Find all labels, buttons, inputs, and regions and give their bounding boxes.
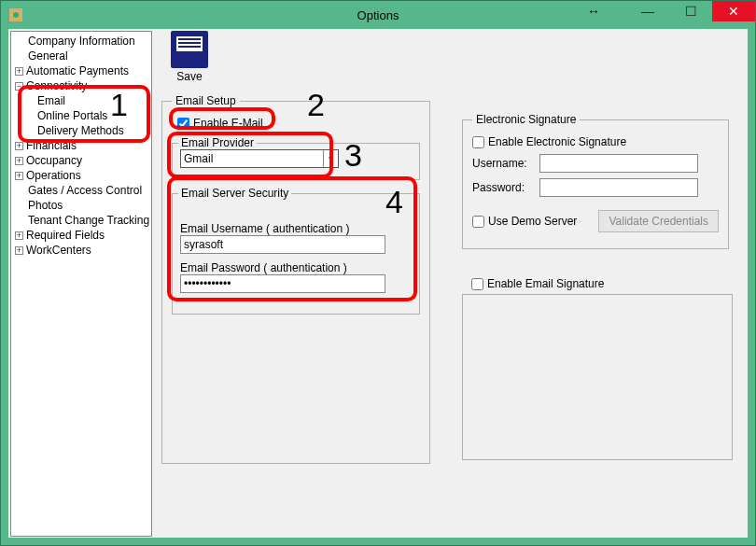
email-provider-value: Gmail xyxy=(184,152,213,165)
expand-icon[interactable]: + xyxy=(15,67,23,76)
electronic-signature-legend: Electronic Signature xyxy=(472,113,580,126)
tree-node[interactable]: Company Information xyxy=(11,34,151,49)
esig-username-field[interactable] xyxy=(539,154,698,173)
save-icon xyxy=(171,31,208,68)
esig-password-label: Password: xyxy=(472,181,534,194)
email-username-field[interactable] xyxy=(180,235,385,254)
tree-label: Automatic Payments xyxy=(26,63,129,78)
esig-password-field[interactable] xyxy=(539,178,698,197)
tree-node[interactable]: +Automatic Payments xyxy=(11,63,151,78)
tree-node[interactable]: Photos xyxy=(11,198,151,213)
expand-icon[interactable]: + xyxy=(15,231,23,240)
tree-label: Connectivity xyxy=(26,78,87,93)
validate-credentials-button[interactable]: Validate Credentials xyxy=(598,210,719,232)
esig-username-label: Username: xyxy=(472,157,534,170)
close-button[interactable]: ✕ xyxy=(712,1,755,21)
tree-node[interactable]: Email xyxy=(11,93,151,108)
options-window: Options ↔ — ☐ ✕ Company InformationGener… xyxy=(0,0,756,546)
email-setup-legend: Email Setup xyxy=(172,94,240,107)
email-setup-group: Email Setup Enable E-Mail Email Provider… xyxy=(161,94,430,464)
tree-label: WorkCenters xyxy=(26,243,91,258)
maximize-button[interactable]: ☐ xyxy=(669,1,712,21)
email-security-group: Email Server Security Email Username ( a… xyxy=(172,193,420,315)
tree-node[interactable]: +Required Fields xyxy=(11,228,151,243)
expand-icon[interactable]: + xyxy=(15,246,23,255)
enable-esig-label: Enable Electronic Signature xyxy=(488,135,626,148)
enable-email-checkbox[interactable] xyxy=(177,118,189,130)
tree-label: Gates / Access Control xyxy=(28,183,142,198)
tree-label: Photos xyxy=(28,198,63,213)
enable-emailsig-label: Enable Email Signature xyxy=(487,277,604,290)
email-signature-area[interactable] xyxy=(462,294,733,460)
tree-label: General xyxy=(28,49,68,63)
tree-label: Tenant Change Tracking xyxy=(28,213,149,228)
titlebar: Options ↔ — ☐ ✕ xyxy=(1,1,755,29)
tree-label: Delivery Methods xyxy=(37,123,124,138)
email-provider-legend: Email Provider xyxy=(178,136,257,149)
tree-node[interactable]: Tenant Change Tracking xyxy=(11,213,151,228)
expand-icon[interactable]: + xyxy=(15,172,23,180)
tree-label: Operations xyxy=(26,168,81,183)
tree-label: Company Information xyxy=(28,34,135,49)
tree-node[interactable]: Delivery Methods xyxy=(11,123,151,138)
electronic-signature-group: Electronic Signature Enable Electronic S… xyxy=(462,113,729,249)
tree-label: Email xyxy=(37,93,65,108)
email-username-label: Email Username ( authentication ) xyxy=(180,222,412,235)
restore-icon[interactable]: ↔ xyxy=(580,1,608,21)
tree-label: Required Fields xyxy=(26,228,105,243)
minimize-button[interactable]: — xyxy=(626,1,669,21)
expand-icon[interactable]: + xyxy=(15,142,23,150)
tree-label: Occupancy xyxy=(26,153,82,168)
email-password-field[interactable] xyxy=(180,274,385,293)
tree-node[interactable]: Online Portals xyxy=(11,108,151,123)
tree-node[interactable]: General xyxy=(11,49,151,63)
expand-icon[interactable]: + xyxy=(15,157,23,165)
enable-email-label: Enable E-Mail xyxy=(193,117,263,130)
save-label: Save xyxy=(171,70,208,83)
tree-node[interactable]: +Financials xyxy=(11,138,151,153)
email-password-label: Email Password ( authentication ) xyxy=(180,261,412,274)
tree-label: Financials xyxy=(26,138,77,153)
tree-node[interactable]: +Operations xyxy=(11,168,151,183)
collapse-icon[interactable]: − xyxy=(15,82,23,91)
client-area: Company InformationGeneral+Automatic Pay… xyxy=(8,29,748,538)
email-provider-group: Email Provider Gmail ▼ xyxy=(172,143,420,180)
tree-node[interactable]: −Connectivity xyxy=(11,78,151,93)
tree-node[interactable]: +Occupancy xyxy=(11,153,151,168)
options-tree[interactable]: Company InformationGeneral+Automatic Pay… xyxy=(10,31,152,537)
enable-esig-checkbox[interactable] xyxy=(472,136,484,148)
use-demo-checkbox[interactable] xyxy=(472,216,484,228)
use-demo-label: Use Demo Server xyxy=(488,215,577,228)
email-security-legend: Email Server Security xyxy=(178,187,291,200)
email-provider-combo[interactable]: Gmail ▼ xyxy=(180,149,339,168)
tree-label: Online Portals xyxy=(37,108,107,123)
enable-emailsig-checkbox[interactable] xyxy=(471,278,483,290)
tree-node[interactable]: Gates / Access Control xyxy=(11,183,151,198)
save-button[interactable]: Save xyxy=(171,31,208,83)
content-panel: Save Email Setup Enable E-Mail Email Pro… xyxy=(158,31,746,536)
chevron-down-icon: ▼ xyxy=(323,150,338,167)
tree-node[interactable]: +WorkCenters xyxy=(11,243,151,258)
